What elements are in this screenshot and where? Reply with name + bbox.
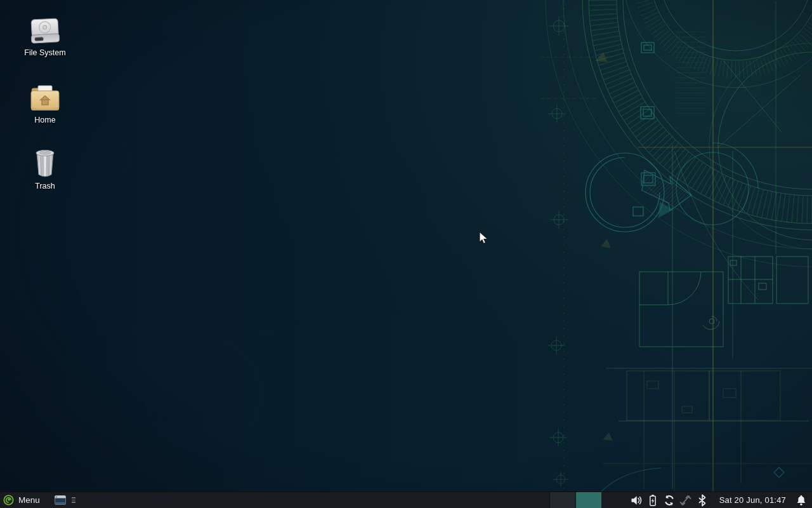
notifications-button[interactable] — [794, 492, 809, 508]
menu-label: Menu — [18, 495, 40, 505]
desktop: File System Home — [0, 0, 812, 508]
trash-can-icon — [15, 147, 75, 179]
harddisk-icon — [15, 14, 75, 46]
workspace-switcher[interactable] — [549, 492, 601, 508]
desktop-icon-label: Trash — [15, 182, 75, 191]
file-manager-launcher[interactable] — [53, 492, 68, 508]
workspace-2[interactable] — [575, 492, 601, 508]
battery-charging-icon — [646, 494, 659, 507]
bell-icon — [796, 494, 807, 506]
window-icon — [55, 495, 66, 505]
panel-handle[interactable] — [70, 495, 77, 505]
distro-logo-icon — [3, 495, 14, 505]
desktop-icon-file-system[interactable]: File System — [15, 14, 75, 58]
battery-tray-button[interactable] — [645, 492, 660, 508]
bluetooth-tray-button[interactable] — [695, 492, 709, 508]
home-folder-icon — [15, 81, 75, 113]
taskbar: Menu — [0, 491, 812, 508]
speaker-icon — [630, 494, 643, 507]
clock[interactable]: Sat 20 Jun, 01:47 — [719, 495, 786, 505]
network-offline-icon — [679, 494, 692, 507]
network-tray-button[interactable] — [678, 492, 693, 508]
wallpaper — [0, 0, 812, 508]
bluetooth-icon — [697, 494, 707, 507]
sync-arrows-icon — [663, 494, 676, 507]
desktop-icon-label: Home — [15, 116, 75, 125]
workspace-1[interactable] — [549, 492, 575, 508]
volume-tray-button[interactable] — [629, 492, 643, 508]
sync-tray-button[interactable] — [662, 492, 676, 508]
menu-button[interactable]: Menu — [0, 492, 45, 508]
desktop-icon-label: File System — [15, 48, 75, 58]
desktop-icon-trash[interactable]: Trash — [15, 147, 75, 191]
desktop-icon-home[interactable]: Home — [15, 81, 75, 125]
